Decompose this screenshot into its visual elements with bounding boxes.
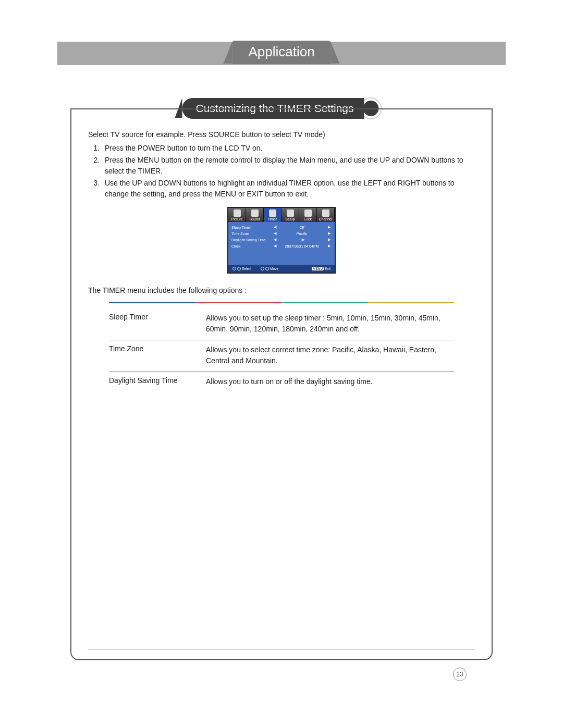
osd-row-sleep-timer: Sleep Timer ◀ Off ▶: [231, 224, 332, 230]
osd-tab-lock: Lock: [299, 208, 317, 222]
osd-tab-row: Picture Sound Timer Setup Lock Channel: [228, 208, 335, 222]
option-desc: Allows you to select correct time zone: …: [206, 344, 454, 366]
circle-icon: [265, 267, 269, 270]
left-arrow-icon: ◀: [272, 244, 277, 248]
option-row: Daylight Saving Time Allows you to turn …: [109, 372, 454, 392]
step-item: Use the UP and DOWN buttons to highlight…: [102, 178, 475, 200]
circle-icon: [237, 267, 241, 270]
osd-row-clock: Clock ◀ 2007/10/31 04:04PM ▶: [231, 243, 332, 249]
option-desc: Allows you to turn on or off the dayligh…: [206, 376, 454, 387]
picture-icon: [234, 209, 241, 217]
chapter-title: Application: [232, 41, 330, 64]
right-arrow-icon: ▶: [326, 238, 332, 242]
footer-move: Move: [261, 267, 278, 270]
osd-tab-setup: Setup: [282, 208, 299, 222]
lock-icon: [304, 209, 312, 217]
footer-select: Select: [232, 267, 251, 270]
page-number: 23: [453, 668, 467, 681]
option-name: Sleep Timer: [109, 313, 192, 335]
option-row: Time Zone Allows you to select correct t…: [109, 340, 454, 372]
osd-tab-picture: Picture: [228, 208, 246, 222]
option-desc: Allows you to set up the sleep timer : 5…: [206, 313, 454, 335]
osd-row-time-zone: Time Zone ◀ Pacific ▶: [231, 230, 332, 237]
sound-icon: [251, 209, 259, 217]
timer-icon: [269, 209, 276, 217]
osd-row-dst: Daylight Saving Time ◀ Off ▶: [231, 237, 332, 243]
osd-screenshot: Picture Sound Timer Setup Lock Channel S…: [227, 207, 336, 274]
step-item: Press the POWER button to turn the LCD T…: [102, 143, 475, 154]
circle-icon: [261, 267, 264, 270]
right-arrow-icon: ▶: [326, 231, 332, 236]
osd-footer: Select Move MENUExit: [228, 265, 335, 273]
footer-exit: MENUExit: [312, 267, 331, 270]
right-arrow-icon: ▶: [326, 244, 332, 248]
left-arrow-icon: ◀: [272, 238, 277, 242]
osd-tab-timer: Timer: [264, 208, 282, 222]
frame-bottom-divider: [88, 649, 475, 650]
manual-page: Application Customizing the TIMER Settin…: [0, 0, 563, 728]
osd-tab-sound: Sound: [246, 208, 264, 222]
intro-text: Select TV source for example. Press SOUR…: [88, 129, 475, 140]
options-table: Sleep Timer Allows you to set up the sle…: [109, 309, 454, 392]
osd-body: Sleep Timer ◀ Off ▶ Time Zone ◀ Pacific …: [228, 222, 335, 265]
circle-icon: [232, 267, 236, 270]
channel-icon: [322, 209, 329, 217]
osd-tab-channel: Channel: [317, 208, 335, 222]
left-arrow-icon: ◀: [272, 225, 277, 229]
options-intro: The TIMER menu includes the following op…: [88, 286, 475, 294]
colored-divider: [109, 302, 454, 303]
content-frame: Select TV source for example. Press SOUR…: [70, 108, 493, 660]
step-item: Press the MENU button on the remote cont…: [102, 155, 475, 177]
option-name: Time Zone: [109, 344, 192, 366]
right-arrow-icon: ▶: [326, 225, 332, 229]
setup-icon: [287, 209, 294, 217]
option-name: Daylight Saving Time: [109, 376, 192, 387]
instruction-steps: Press the POWER button to turn the LCD T…: [102, 143, 475, 200]
left-arrow-icon: ◀: [272, 231, 277, 236]
option-row: Sleep Timer Allows you to set up the sle…: [109, 309, 454, 340]
